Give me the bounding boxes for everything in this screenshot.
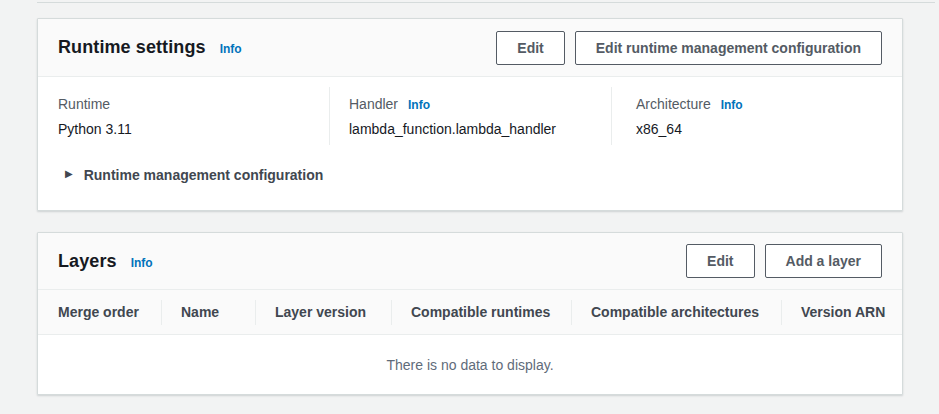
column-header-compatible-runtimes: Compatible runtimes bbox=[391, 290, 571, 334]
runtime-settings-fields: Runtime Python 3.11 Handler Info lambda_… bbox=[38, 77, 902, 155]
runtime-management-configuration-expander[interactable]: ▶ Runtime management configuration bbox=[65, 167, 882, 183]
column-header-merge-order: Merge order bbox=[38, 290, 161, 334]
column-header-name: Name bbox=[161, 290, 255, 334]
layers-table-header: Merge order Name Layer version Compatibl… bbox=[38, 290, 902, 335]
column-header-layer-version: Layer version bbox=[255, 290, 391, 334]
handler-label: Handler bbox=[349, 96, 398, 112]
architecture-field: Architecture Info x86_64 bbox=[611, 87, 902, 145]
layers-title-group: Layers Info bbox=[58, 251, 153, 272]
expander-caret-icon: ▶ bbox=[65, 169, 73, 179]
edit-runtime-settings-button[interactable]: Edit bbox=[496, 31, 564, 65]
runtime-settings-title-group: Runtime settings Info bbox=[58, 37, 242, 58]
runtime-value: Python 3.11 bbox=[58, 121, 309, 137]
edit-runtime-management-configuration-button[interactable]: Edit runtime management configuration bbox=[575, 31, 882, 65]
layers-actions: Edit Add a layer bbox=[686, 244, 882, 278]
runtime-field: Runtime Python 3.11 bbox=[38, 87, 329, 145]
layers-info-link[interactable]: Info bbox=[131, 256, 153, 270]
architecture-value: x86_64 bbox=[636, 121, 882, 137]
runtime-settings-actions: Edit Edit runtime management configurati… bbox=[496, 31, 882, 65]
handler-field: Handler Info lambda_function.lambda_hand… bbox=[329, 87, 611, 145]
column-header-compatible-architectures: Compatible architectures bbox=[571, 290, 781, 334]
architecture-label: Architecture bbox=[636, 96, 711, 112]
layers-empty-state: There is no data to display. bbox=[38, 335, 902, 394]
layers-header: Layers Info Edit Add a layer bbox=[38, 233, 902, 290]
runtime-settings-card: Runtime settings Info Edit Edit runtime … bbox=[37, 18, 903, 211]
handler-info-link[interactable]: Info bbox=[408, 98, 430, 112]
architecture-info-link[interactable]: Info bbox=[721, 98, 743, 112]
runtime-label: Runtime bbox=[58, 96, 110, 112]
column-header-version-arn: Version ARN bbox=[781, 290, 902, 334]
layers-title: Layers bbox=[58, 251, 117, 272]
runtime-settings-title: Runtime settings bbox=[58, 37, 206, 58]
runtime-management-configuration-expander-label: Runtime management configuration bbox=[84, 167, 324, 183]
edit-layers-button[interactable]: Edit bbox=[686, 244, 754, 278]
runtime-settings-info-link[interactable]: Info bbox=[220, 42, 242, 56]
add-a-layer-button[interactable]: Add a layer bbox=[765, 244, 882, 278]
runtime-settings-header: Runtime settings Info Edit Edit runtime … bbox=[38, 19, 902, 77]
handler-value: lambda_function.lambda_handler bbox=[349, 121, 591, 137]
top-divider bbox=[37, 2, 935, 3]
layers-card: Layers Info Edit Add a layer Merge order… bbox=[37, 232, 903, 395]
